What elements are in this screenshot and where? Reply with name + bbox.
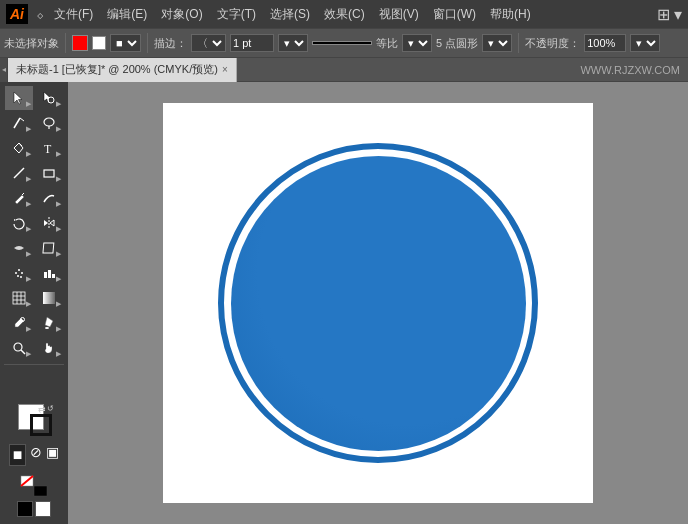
paint-bucket-btn[interactable]: ▶	[35, 311, 63, 335]
svg-point-31	[14, 343, 22, 351]
menu-text[interactable]: 文字(T)	[211, 0, 262, 28]
width-btn[interactable]: ▶	[5, 236, 33, 260]
toolbar-divider-1	[65, 33, 66, 53]
black-white-row	[0, 499, 68, 519]
svg-point-17	[21, 272, 23, 274]
lasso-btn[interactable]: ▶	[35, 111, 63, 135]
tool-arrow-20: ▶	[56, 325, 61, 333]
gradient-btn[interactable]: ▶	[35, 286, 63, 310]
panel-collapse-btn[interactable]: ◂	[0, 58, 8, 82]
tool-row-selection: ▶ ▶	[0, 86, 68, 110]
svg-point-18	[17, 275, 19, 277]
svg-line-4	[20, 118, 24, 121]
white-swatch[interactable]	[35, 501, 51, 517]
opacity-input[interactable]	[584, 34, 626, 52]
workspace-switcher-icon[interactable]: ⊞ ▾	[657, 5, 682, 24]
direct-selection-tool-btn[interactable]: ▶	[35, 86, 63, 110]
type-tool-btn[interactable]: T ▶	[35, 136, 63, 160]
mesh-btn[interactable]: ▶	[5, 286, 33, 310]
svg-point-15	[18, 269, 20, 271]
selection-tool-btn[interactable]: ▶	[5, 86, 33, 110]
tool-row-pencil: ▶ ▶	[0, 186, 68, 210]
menu-view[interactable]: 视图(V)	[373, 0, 425, 28]
tab-close-btn[interactable]: ×	[222, 64, 228, 75]
solid-fill-icon[interactable]: ■	[9, 444, 27, 466]
scissors-btn[interactable]	[20, 474, 48, 498]
gradient-swatch-icon[interactable]: ▣	[46, 444, 59, 466]
eraser-btn[interactable]: ▶	[35, 186, 63, 210]
stroke-style-select[interactable]: 〈	[191, 34, 226, 52]
tool-arrow-14: ▶	[56, 250, 61, 258]
stroke-box[interactable]	[30, 414, 52, 436]
fill-style-select[interactable]: ■	[110, 34, 141, 52]
tool-arrow-indicator: ▶	[26, 100, 31, 108]
canvas-content	[68, 82, 688, 524]
watermark-tab: WWW.RJZXW.COM	[580, 64, 688, 76]
stroke-color-indicator[interactable]	[92, 36, 106, 50]
tool-arrow-7: ▶	[26, 175, 31, 183]
tool-arrow-indicator-2: ▶	[56, 100, 61, 108]
svg-rect-22	[52, 274, 55, 278]
black-swatch[interactable]	[17, 501, 33, 517]
stroke-line-preview	[312, 41, 372, 45]
main-area: ▶ ▶ ▶ ▶ ▶ T ▶	[0, 82, 688, 524]
free-transform-btn[interactable]: ▶	[35, 236, 63, 260]
none-icon[interactable]: ⊘	[30, 444, 42, 466]
document-tab[interactable]: 未标题-1 [已恢复]* @ 200% (CMYK/预览) ×	[8, 58, 237, 82]
swap-color-icon[interactable]: ⇄	[38, 404, 46, 414]
pen-tool-btn[interactable]: ▶	[5, 136, 33, 160]
reset-color-icon[interactable]: ↺	[47, 404, 54, 413]
menu-object[interactable]: 对象(O)	[155, 0, 208, 28]
opacity-select[interactable]: ▾	[630, 34, 660, 52]
svg-point-16	[15, 272, 17, 274]
menu-edit[interactable]: 编辑(E)	[101, 0, 153, 28]
svg-rect-20	[44, 272, 47, 278]
stroke-pt-select[interactable]: ▾	[278, 34, 308, 52]
magic-wand-btn[interactable]: ▶	[5, 111, 33, 135]
extra-tools	[0, 474, 68, 520]
tool-row-mesh: ▶ ▶	[0, 286, 68, 310]
fill-color-indicator[interactable]	[72, 35, 88, 51]
eyedropper-btn[interactable]: ▶	[5, 311, 33, 335]
menu-effect[interactable]: 效果(C)	[318, 0, 371, 28]
svg-line-11	[22, 193, 24, 195]
menu-select[interactable]: 选择(S)	[264, 0, 316, 28]
tool-arrow-16: ▶	[56, 275, 61, 283]
tool-row-symbol: ▶ ▶	[0, 261, 68, 285]
stroke-width-input[interactable]	[230, 34, 274, 52]
menu-file[interactable]: 文件(F)	[48, 0, 99, 28]
options-toolbar: 未选择对象 ■ 描边： 〈 ▾ 等比 ▾ 5 点圆形 ▾ 不透明度： ▾	[0, 28, 688, 58]
tool-arrow-3: ▶	[26, 125, 31, 133]
pencil-btn[interactable]: ▶	[5, 186, 33, 210]
reflect-btn[interactable]: ▶	[35, 211, 63, 235]
zoom-btn[interactable]: ▶	[5, 336, 33, 360]
app-logo: Ai	[6, 4, 28, 24]
stroke-cap-select[interactable]: ▾	[402, 34, 432, 52]
no-selection-label: 未选择对象	[4, 36, 59, 51]
menu-help[interactable]: 帮助(H)	[484, 0, 537, 28]
svg-rect-28	[43, 292, 55, 304]
svg-point-30	[45, 327, 49, 329]
tool-row-shape: ▶ ▶	[0, 161, 68, 185]
tool-arrow-19: ▶	[26, 325, 31, 333]
column-graph-btn[interactable]: ▶	[35, 261, 63, 285]
rect-tool-btn[interactable]: ▶	[35, 161, 63, 185]
tool-arrow-5: ▶	[26, 150, 31, 158]
line-segment-btn[interactable]: ▶	[5, 161, 33, 185]
hand-btn[interactable]: ▶	[35, 336, 63, 360]
tool-arrow-18: ▶	[56, 300, 61, 308]
symbol-sprayer-btn[interactable]: ▶	[5, 261, 33, 285]
fill-stroke-indicator: ↺ ⇄	[14, 404, 54, 440]
canvas-area[interactable]	[68, 82, 688, 524]
tool-arrow-12: ▶	[56, 225, 61, 233]
menu-nav-arrow[interactable]: ⬦	[34, 0, 46, 28]
opacity-label: 不透明度：	[525, 36, 580, 51]
menu-window[interactable]: 窗口(W)	[427, 0, 482, 28]
svg-line-3	[14, 118, 20, 128]
menu-bar: Ai ⬦ 文件(F) 编辑(E) 对象(O) 文字(T) 选择(S) 效果(C)…	[0, 0, 688, 28]
rotate-btn[interactable]: ▶	[5, 211, 33, 235]
point-shape-select[interactable]: ▾	[482, 34, 512, 52]
point-count-label: 5 点圆形	[436, 36, 478, 51]
stroke-label: 描边：	[154, 36, 187, 51]
tool-arrow-10: ▶	[56, 200, 61, 208]
